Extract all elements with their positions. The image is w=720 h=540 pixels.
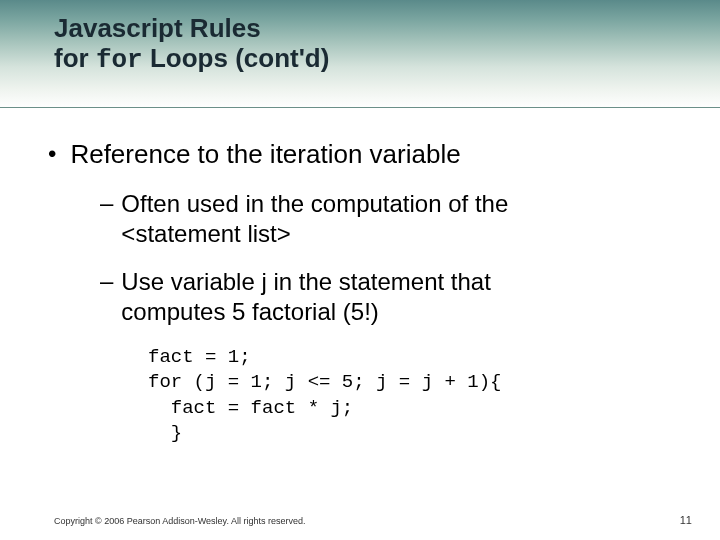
dash-marker: –: [100, 189, 113, 218]
sub-bullet-1: – Often used in the computation of the <…: [100, 189, 642, 249]
page-number: 11: [680, 514, 692, 526]
slide-header-background: Javascript Rules for for Loops (cont'd): [0, 0, 720, 108]
header-divider: [0, 107, 720, 108]
title-line1: Javascript Rules: [54, 14, 329, 44]
slide-body: • Reference to the iteration variable – …: [0, 108, 720, 447]
copyright-text: Copyright © 2006 Pearson Addison-Wesley.…: [54, 516, 305, 526]
bullet-item: • Reference to the iteration variable: [48, 138, 672, 171]
slide-title: Javascript Rules for for Loops (cont'd): [54, 14, 329, 76]
sub-text: Use variable j in the statement that com…: [121, 267, 491, 327]
slide-footer: Copyright © 2006 Pearson Addison-Wesley.…: [54, 514, 692, 526]
bullet-marker: •: [48, 140, 56, 169]
sub-bullet-2: – Use variable j in the statement that c…: [100, 267, 642, 327]
title-line2: for for Loops (cont'd): [54, 44, 329, 76]
bullet-text: Reference to the iteration variable: [70, 138, 460, 171]
title-code-keyword: for: [96, 45, 143, 75]
sub-text: Often used in the computation of the <st…: [121, 189, 508, 249]
code-block: fact = 1; for (j = 1; j <= 5; j = j + 1)…: [148, 345, 672, 448]
dash-marker: –: [100, 267, 113, 296]
